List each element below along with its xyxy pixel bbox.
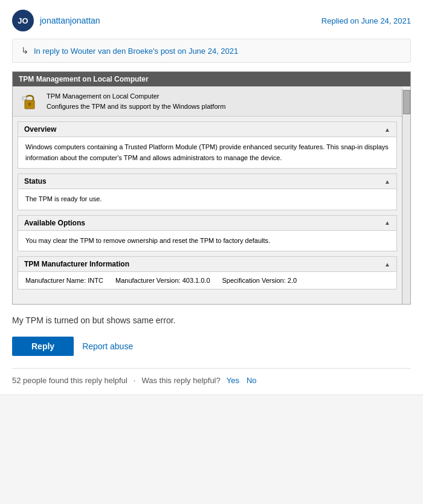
svg-rect-2 xyxy=(29,104,30,106)
tpm-titlebar: TPM Management on Local Computer xyxy=(13,72,410,86)
helpful-yes-button[interactable]: Yes xyxy=(227,376,239,385)
tpm-section-manufacturer: TPM Manufacturer Information ▲ Manufactu… xyxy=(18,256,397,289)
tpm-icon xyxy=(20,92,39,111)
tpm-section-body-status: The TPM is ready for use. xyxy=(18,189,396,210)
tpm-section-label-manufacturer: TPM Manufacturer Information xyxy=(24,260,129,268)
tpm-section-header-status: Status ▲ xyxy=(18,174,396,189)
chevron-up-icon: ▲ xyxy=(384,126,390,133)
username-link[interactable]: jonattanjonattan xyxy=(40,16,100,25)
helpful-bar: 52 people found this reply helpful · Was… xyxy=(12,368,411,385)
tpm-header-subtitle: Configures the TPM and its support by th… xyxy=(47,102,225,112)
tpm-section-header-available-options: Available Options ▲ xyxy=(18,216,396,231)
helpful-separator: · xyxy=(134,376,136,385)
svg-rect-4 xyxy=(23,97,26,99)
tpm-section-label-overview: Overview xyxy=(24,125,56,134)
report-abuse-link[interactable]: Report abuse xyxy=(82,341,133,351)
user-info: JO jonattanjonattan xyxy=(12,10,100,31)
reply-arrow-icon: ↳ xyxy=(21,45,29,56)
reply-date: Replied on June 24, 2021 xyxy=(321,16,411,25)
avatar: JO xyxy=(12,10,34,31)
helpful-no-button[interactable]: No xyxy=(247,376,257,385)
tpm-section-header-manufacturer: TPM Manufacturer Information ▲ xyxy=(18,257,396,272)
post-container: JO jonattanjonattan Replied on June 24, … xyxy=(0,0,423,395)
action-buttons: Reply Report abuse xyxy=(12,337,411,356)
helpful-question: Was this reply helpful? xyxy=(141,376,220,385)
tpm-header-text: TPM Management on Local Computer Configu… xyxy=(47,91,225,111)
reply-to-box: ↳ In reply to Wouter van den Broeke's po… xyxy=(12,39,411,63)
tpm-manufacturer-row: Manufacturer Name: INTC Manufacturer Ver… xyxy=(18,272,396,289)
reply-to-link[interactable]: In reply to Wouter van den Broeke's post… xyxy=(34,47,238,56)
tpm-section-status: Status ▲ The TPM is ready for use. xyxy=(18,173,397,210)
tpm-bottom-padding xyxy=(13,294,402,304)
tpm-section-label-status: Status xyxy=(24,177,47,186)
tpm-screenshot: TPM Management on Local Computer TPM Man… xyxy=(12,71,411,305)
helpful-count: 52 people found this reply helpful xyxy=(12,376,128,385)
tpm-section-label-available-options: Available Options xyxy=(24,219,85,227)
tpm-section-body-overview: Windows computers containing a Trusted P… xyxy=(18,137,396,168)
chevron-up-icon-2: ▲ xyxy=(384,178,390,185)
tpm-title: TPM Management on Local Computer xyxy=(19,75,149,83)
tpm-spec-version: Specification Version: 2.0 xyxy=(222,277,297,284)
chevron-up-icon-4: ▲ xyxy=(384,261,390,268)
post-header: JO jonattanjonattan Replied on June 24, … xyxy=(12,10,411,31)
tpm-scrollbar xyxy=(402,89,410,304)
tpm-section-body-available-options: You may clear the TPM to remove ownershi… xyxy=(18,231,396,251)
chevron-up-icon-3: ▲ xyxy=(384,219,390,226)
tpm-header-title: TPM Management on Local Computer xyxy=(47,91,225,102)
reply-button[interactable]: Reply xyxy=(12,337,74,356)
tpm-section-header-overview: Overview ▲ xyxy=(18,122,396,137)
tpm-header-row: TPM Management on Local Computer Configu… xyxy=(13,86,402,117)
post-text: My TPM is turned on but shows same error… xyxy=(12,314,411,327)
tpm-section-available-options: Available Options ▲ You may clear the TP… xyxy=(18,215,397,252)
tpm-manufacturer-version: Manufacturer Version: 403.1.0.0 xyxy=(115,277,210,284)
tpm-section-overview: Overview ▲ Windows computers containing … xyxy=(18,121,397,169)
tpm-manufacturer-name: Manufacturer Name: INTC xyxy=(25,277,103,284)
tpm-scrollbar-thumb xyxy=(403,90,410,114)
